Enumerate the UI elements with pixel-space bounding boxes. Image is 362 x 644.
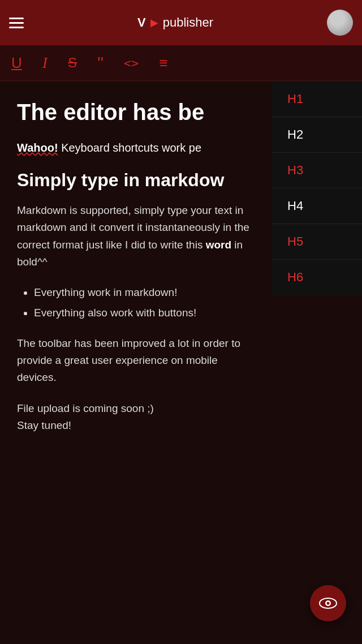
eye-icon xyxy=(319,598,337,609)
editor-subheading[interactable]: Simply type in markdow xyxy=(17,170,255,191)
wahoo-rest: Keyboard shortcuts work pe xyxy=(58,141,201,154)
wahoo-bold: Wahoo! xyxy=(17,141,58,154)
heading-dropdown: H1 H2 H3 H4 H5 H6 xyxy=(272,81,362,295)
heading-h2[interactable]: H2 xyxy=(272,117,362,153)
editor-list: Everything work in markdown! Everything … xyxy=(34,285,255,321)
breadcrumb-v: V xyxy=(137,15,146,30)
breadcrumb-arrow-icon: ▶ xyxy=(150,16,158,29)
svg-point-2 xyxy=(327,602,330,605)
strikethrough-button[interactable]: S xyxy=(66,53,79,73)
heading-h1[interactable]: H1 xyxy=(272,81,362,117)
align-button[interactable]: ≡ xyxy=(157,52,170,74)
breadcrumb-publisher: publisher xyxy=(163,15,213,30)
underline-button[interactable]: U xyxy=(9,52,24,74)
avatar[interactable] xyxy=(327,10,353,36)
header: V ▶ publisher xyxy=(0,0,362,45)
editor-content: The editor has be Wahoo! Keyboard shortc… xyxy=(0,81,272,482)
editor-paragraph-2: The toolbar has been improved a lot in o… xyxy=(17,335,255,387)
editor-paragraph-1: Markdown is supported, simply type your … xyxy=(17,202,255,271)
list-item: Everything work in markdown! xyxy=(34,285,255,301)
heading-h4[interactable]: H4 xyxy=(272,188,362,224)
heading-h6[interactable]: H6 xyxy=(272,260,362,295)
editor-toolbar: U I S " <> ≡ xyxy=(0,45,362,81)
breadcrumb: V ▶ publisher xyxy=(137,15,213,30)
code-button[interactable]: <> xyxy=(122,54,141,72)
preview-fab-button[interactable] xyxy=(310,585,346,621)
blockquote-button[interactable]: " xyxy=(95,52,106,74)
editor-main-heading[interactable]: The editor has be xyxy=(17,98,255,126)
heading-h3[interactable]: H3 xyxy=(272,153,362,188)
editor-paragraph-3: File upload is coming soon ;)Stay tuned! xyxy=(17,400,255,435)
avatar-image xyxy=(327,10,353,36)
menu-button[interactable] xyxy=(9,18,24,28)
list-item: Everything also work with buttons! xyxy=(34,305,255,321)
wahoo-line: Wahoo! Keyboard shortcuts work pe xyxy=(17,139,255,156)
italic-button[interactable]: I xyxy=(40,51,50,74)
heading-h5[interactable]: H5 xyxy=(272,224,362,260)
